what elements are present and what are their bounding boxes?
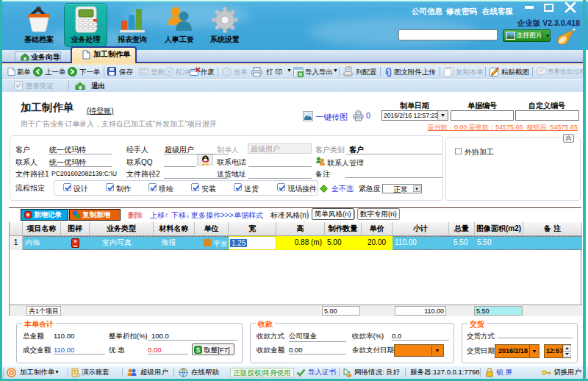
svg-text:$: $ xyxy=(196,346,200,354)
